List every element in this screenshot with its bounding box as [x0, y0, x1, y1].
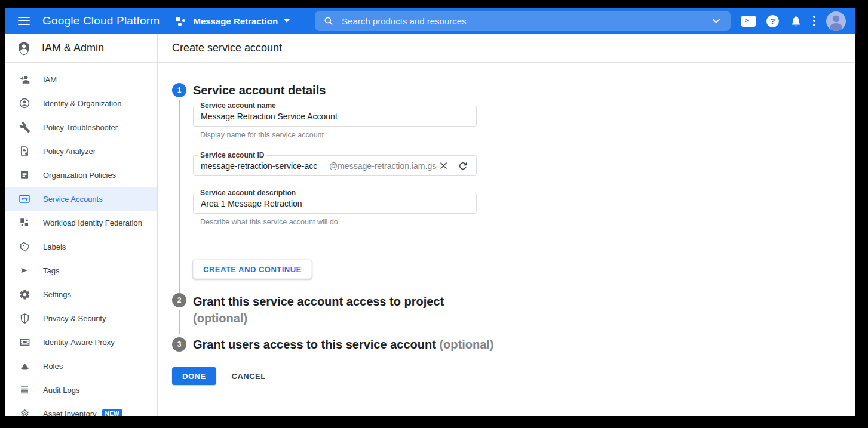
sidebar-item-roles[interactable]: Roles — [5, 354, 157, 378]
sidebar-item-policy-analyzer[interactable]: Policy Analyzer — [5, 139, 157, 163]
sidebar-item-label: Privacy & Security — [43, 314, 106, 323]
step-title: Grant users access to this service accou… — [193, 337, 841, 352]
brand-logo[interactable]: Google Cloud Platform — [42, 14, 160, 27]
step-grant-project-access: 2 Grant this service account access to p… — [172, 293, 841, 337]
sidebar-item-label: Service Accounts — [43, 195, 103, 204]
more-vert-icon[interactable] — [813, 15, 815, 27]
sidebar-item-privacy-security[interactable]: Privacy & Security — [5, 306, 157, 330]
sidebar-item-policy-troubleshooter[interactable]: Policy Troubleshooter — [5, 115, 157, 139]
field-helper-text: Describe what this service account will … — [200, 218, 477, 226]
sidebar-item-label: Organization Policies — [43, 171, 116, 180]
menu-icon[interactable] — [18, 17, 30, 25]
sidebar-item-label: IAM — [43, 75, 57, 84]
sidebar-item-workload-identity-federation[interactable]: Workload Identity Federation — [5, 211, 157, 235]
cancel-button[interactable]: CANCEL — [222, 367, 275, 385]
sidebar-item-label: Policy Troubleshooter — [43, 123, 118, 132]
tag-icon — [19, 264, 30, 276]
sidebar-item-label: Roles — [43, 362, 63, 371]
service-account-description-field: Service account description Describe wha… — [193, 193, 477, 226]
service-account-id-input[interactable] — [201, 161, 322, 171]
sidebar-item-label: Tags — [43, 266, 59, 275]
sidebar-item-label: Settings — [43, 290, 71, 299]
optional-label: (optional) — [193, 310, 841, 327]
document-icon — [19, 169, 30, 181]
person-add-icon — [19, 73, 30, 85]
sidebar: IAM & Admin IAM Identity & Organization … — [5, 34, 158, 416]
help-icon[interactable]: ? — [766, 15, 779, 27]
browser-viewport: Google Cloud Platform Message Retraction… — [5, 8, 855, 416]
chevron-down-icon — [284, 19, 290, 23]
sidebar-item-label: Labels — [43, 242, 66, 251]
proxy-icon — [19, 336, 30, 348]
step-title: Service account details — [193, 83, 841, 97]
shield-icon — [19, 312, 30, 324]
create-and-continue-button[interactable]: CREATE AND CONTINUE — [193, 260, 312, 279]
service-accounts-icon — [19, 193, 30, 205]
avatar[interactable] — [826, 11, 846, 31]
roles-hat-icon — [19, 360, 30, 372]
step-service-account-details: 1 Service account details Service accoun… — [172, 83, 841, 293]
step-number-badge: 2 — [172, 293, 186, 307]
sidebar-item-labels[interactable]: Labels — [5, 235, 157, 258]
step-connector-line — [179, 310, 180, 334]
refresh-icon — [458, 161, 468, 171]
create-service-account-form: 1 Service account details Service accoun… — [158, 63, 855, 416]
project-name: Message Retraction — [193, 16, 278, 26]
workload-identity-icon — [19, 217, 30, 229]
audit-logs-icon — [19, 384, 30, 396]
sidebar-nav: IAM Identity & Organization Policy Troub… — [5, 63, 157, 416]
project-icon — [175, 15, 187, 27]
chevron-down-icon[interactable] — [710, 15, 722, 27]
sidebar-item-identity-organization[interactable]: Identity & Organization — [5, 91, 157, 115]
sidebar-item-label: Asset Inventory — [43, 409, 97, 417]
sidebar-item-label: Identity-Aware Proxy — [43, 338, 115, 347]
step-grant-users-access: 3 Grant users access to this service acc… — [172, 337, 841, 352]
sidebar-item-identity-aware-proxy[interactable]: Identity-Aware Proxy — [5, 330, 157, 354]
step-rail: 2 — [172, 293, 186, 337]
service-account-description-input[interactable] — [201, 199, 469, 208]
field-label: Service account name — [198, 101, 278, 110]
search-input[interactable] — [342, 16, 710, 26]
domain-suffix: @message-retraction.iam.gservi — [329, 161, 437, 171]
page-title: Create service account — [172, 42, 282, 54]
sidebar-header: IAM & Admin — [5, 34, 157, 63]
optional-label: (optional) — [439, 338, 493, 351]
sidebar-item-label: Audit Logs — [43, 386, 79, 395]
step-connector-line — [179, 100, 180, 293]
step-number-badge: 1 — [172, 83, 186, 97]
sidebar-item-label: Policy Analyzer — [43, 147, 96, 156]
new-badge: NEW — [102, 409, 122, 417]
sidebar-item-asset-inventory[interactable]: Asset Inventory NEW — [5, 402, 157, 416]
done-button[interactable]: DONE — [172, 367, 216, 385]
asset-inventory-icon — [19, 408, 30, 416]
label-icon — [19, 241, 30, 253]
sidebar-item-tags[interactable]: Tags — [5, 258, 157, 282]
gear-icon — [19, 288, 30, 300]
top-app-bar: Google Cloud Platform Message Retraction… — [5, 8, 855, 34]
sidebar-item-iam[interactable]: IAM — [5, 67, 157, 91]
close-icon — [438, 161, 449, 171]
service-account-id-field: Service account ID @message-retraction.i… — [193, 155, 477, 176]
cloud-shell-icon[interactable]: >_ — [741, 16, 756, 27]
bell-icon[interactable] — [790, 15, 802, 27]
step-number-badge: 3 — [172, 337, 186, 352]
step-rail: 3 — [172, 337, 186, 352]
policy-analyzer-icon — [19, 145, 30, 157]
search-bar[interactable] — [315, 11, 731, 31]
sidebar-title: IAM & Admin — [42, 42, 104, 54]
sidebar-item-settings[interactable]: Settings — [5, 282, 157, 306]
sidebar-item-service-accounts[interactable]: Service Accounts — [5, 187, 157, 211]
sidebar-item-label: Workload Identity Federation — [43, 218, 142, 227]
field-helper-text: Display name for this service account — [200, 131, 477, 139]
clear-id-button[interactable] — [437, 160, 449, 172]
step-rail: 1 — [172, 83, 186, 293]
topbar-actions: >_ ? — [731, 11, 846, 31]
service-account-name-input[interactable] — [201, 112, 469, 121]
project-selector[interactable]: Message Retraction — [175, 15, 290, 27]
field-label: Service account description — [198, 189, 298, 197]
form-footer-buttons: DONE CANCEL — [172, 367, 841, 385]
regenerate-id-button[interactable] — [457, 160, 469, 172]
sidebar-item-organization-policies[interactable]: Organization Policies — [5, 163, 157, 187]
sidebar-item-audit-logs[interactable]: Audit Logs — [5, 378, 157, 402]
step-title: Grant this service account access to pro… — [193, 293, 841, 310]
